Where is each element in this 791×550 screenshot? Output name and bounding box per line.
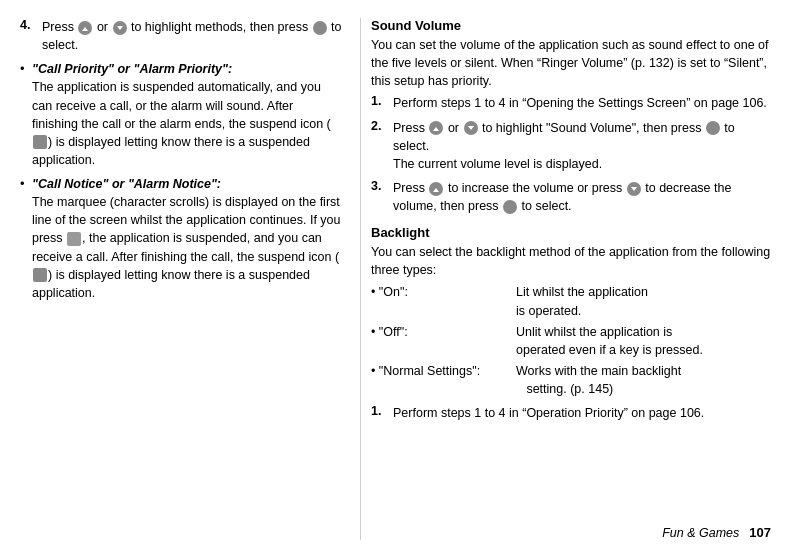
bl-step-1-num: 1.	[371, 404, 389, 422]
bullet-call-priority: • "Call Priority" or "Alarm Priority": T…	[20, 60, 342, 169]
footer-section: Fun & Games	[662, 526, 739, 540]
backlight-section: Backlight You can select the backlight m…	[371, 225, 771, 422]
step-4-content: Press or to highlight methods, then pres…	[42, 18, 342, 54]
sv-step-2-note: The current volume level is displayed.	[393, 157, 602, 171]
nav-up-icon-sv	[429, 121, 443, 135]
select-icon-sv	[706, 121, 720, 135]
left-column: 4. Press or to highlight methods, then p…	[20, 18, 360, 540]
backlight-on-label: • "On":	[371, 283, 516, 319]
bullet-dot-2: •	[20, 175, 32, 302]
select-icon-sv3	[503, 200, 517, 214]
backlight-off-row: • "Off": Unlit whilst the application is…	[371, 323, 771, 359]
sound-volume-step-3: 3. Press to increase the volume or press…	[371, 179, 771, 215]
back-icon	[67, 232, 81, 246]
nav-up-icon-sv3	[429, 182, 443, 196]
bullet-call-priority-title: "Call Priority" or "Alarm Priority":	[32, 62, 232, 76]
backlight-title: Backlight	[371, 225, 771, 240]
right-column: Sound Volume You can set the volume of t…	[360, 18, 771, 540]
footer: Fun & Games 107	[662, 525, 771, 540]
nav-down-icon	[113, 21, 127, 35]
sound-volume-title: Sound Volume	[371, 18, 771, 33]
bullet-dot-1: •	[20, 60, 32, 169]
bullet-call-notice-title: "Call Notice" or "Alarm Notice":	[32, 177, 221, 191]
sound-volume-step-1: 1. Perform steps 1 to 4 in “Opening the …	[371, 94, 771, 112]
backlight-step-1: 1. Perform steps 1 to 4 in “Operation Pr…	[371, 404, 771, 422]
select-icon	[313, 21, 327, 35]
backlight-normal-label: • "Normal Settings":	[371, 362, 516, 398]
bullet-call-priority-content: "Call Priority" or "Alarm Priority": The…	[32, 60, 342, 169]
footer-page: 107	[749, 525, 771, 540]
sound-volume-step-2: 2. Press or to highlight "Sound Volume",…	[371, 119, 771, 173]
bullet-call-notice-content: "Call Notice" or "Alarm Notice": The mar…	[32, 175, 342, 302]
suspend-icon-1	[33, 135, 47, 149]
backlight-normal-desc: Works with the main backlight setting. (…	[516, 362, 681, 398]
backlight-description: You can select the backlight method of t…	[371, 243, 771, 279]
nav-up-icon	[78, 21, 92, 35]
sound-volume-section: Sound Volume You can set the volume of t…	[371, 18, 771, 215]
backlight-off-desc: Unlit whilst the application isoperated …	[516, 323, 703, 359]
nav-down-icon-sv3	[627, 182, 641, 196]
sound-volume-description: You can set the volume of the applicatio…	[371, 36, 771, 90]
step-4: 4. Press or to highlight methods, then p…	[20, 18, 342, 54]
backlight-normal-row: • "Normal Settings": Works with the main…	[371, 362, 771, 398]
sv-step-1-num: 1.	[371, 94, 389, 112]
nav-down-icon-sv	[464, 121, 478, 135]
sv-step-1-content: Perform steps 1 to 4 in “Opening the Set…	[393, 94, 767, 112]
sv-step-2-content: Press or to highlight "Sound Volume", th…	[393, 119, 771, 173]
sv-step-3-num: 3.	[371, 179, 389, 215]
backlight-on-desc: Lit whilst the applicationis operated.	[516, 283, 648, 319]
suspend-icon-2	[33, 268, 47, 282]
bl-step-1-content: Perform steps 1 to 4 in “Operation Prior…	[393, 404, 704, 422]
bullet-call-notice: • "Call Notice" or "Alarm Notice": The m…	[20, 175, 342, 302]
backlight-off-label: • "Off":	[371, 323, 516, 359]
backlight-options: • "On": Lit whilst the applicationis ope…	[371, 283, 771, 398]
backlight-on-row: • "On": Lit whilst the applicationis ope…	[371, 283, 771, 319]
sv-step-2-num: 2.	[371, 119, 389, 173]
sv-step-3-content: Press to increase the volume or press to…	[393, 179, 771, 215]
step-4-number: 4.	[20, 18, 38, 54]
